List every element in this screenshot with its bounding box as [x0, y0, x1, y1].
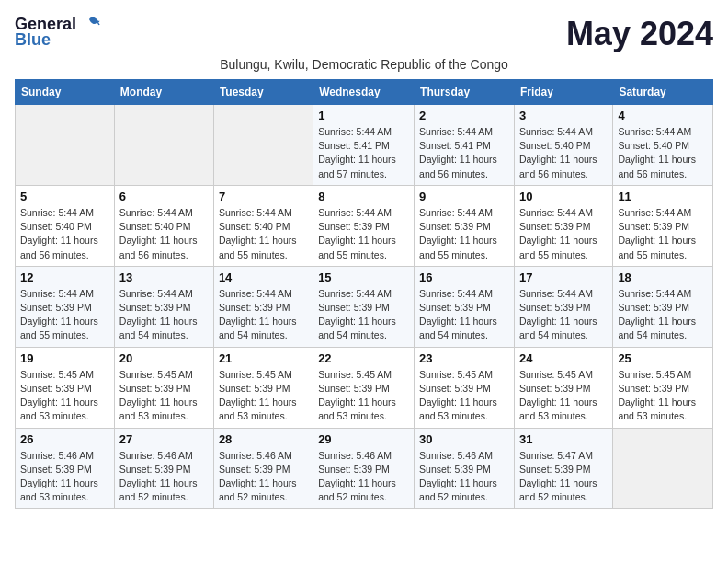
day-number: 13 [119, 270, 209, 284]
day-info: Sunrise: 5:44 AM Sunset: 5:40 PM Dayligh… [20, 206, 109, 262]
calendar-cell: 29Sunrise: 5:46 AM Sunset: 5:39 PM Dayli… [313, 428, 415, 509]
day-number: 18 [618, 270, 708, 284]
calendar-cell: 12Sunrise: 5:44 AM Sunset: 5:39 PM Dayli… [16, 266, 115, 347]
calendar-cell: 13Sunrise: 5:44 AM Sunset: 5:39 PM Dayli… [114, 266, 213, 347]
day-info: Sunrise: 5:45 AM Sunset: 5:39 PM Dayligh… [119, 368, 209, 424]
day-number: 5 [20, 190, 109, 203]
calendar-cell: 14Sunrise: 5:44 AM Sunset: 5:39 PM Dayli… [213, 266, 313, 347]
day-info: Sunrise: 5:44 AM Sunset: 5:39 PM Dayligh… [318, 287, 409, 343]
logo-blue-text: Blue [15, 30, 51, 50]
day-number: 29 [318, 432, 409, 446]
day-number: 31 [519, 432, 608, 446]
day-info: Sunrise: 5:44 AM Sunset: 5:39 PM Dayligh… [419, 206, 509, 262]
calendar-week-row: 5Sunrise: 5:44 AM Sunset: 5:40 PM Daylig… [16, 185, 713, 266]
subtitle: Bulungu, Kwilu, Democratic Republic of t… [15, 57, 713, 72]
weekday-header-thursday: Thursday [415, 80, 515, 105]
calendar-week-row: 26Sunrise: 5:46 AM Sunset: 5:39 PM Dayli… [16, 428, 713, 509]
day-number: 12 [20, 270, 109, 284]
day-number: 3 [519, 109, 608, 122]
calendar-cell: 3Sunrise: 5:44 AM Sunset: 5:40 PM Daylig… [514, 105, 612, 186]
day-number: 11 [618, 190, 708, 203]
calendar-cell [213, 105, 313, 186]
calendar-cell: 26Sunrise: 5:46 AM Sunset: 5:39 PM Dayli… [16, 428, 115, 509]
calendar-cell: 18Sunrise: 5:44 AM Sunset: 5:39 PM Dayli… [613, 266, 713, 347]
weekday-header-friday: Friday [514, 80, 612, 105]
calendar-cell: 22Sunrise: 5:45 AM Sunset: 5:39 PM Dayli… [313, 347, 415, 428]
day-info: Sunrise: 5:44 AM Sunset: 5:40 PM Dayligh… [519, 125, 608, 181]
day-info: Sunrise: 5:44 AM Sunset: 5:39 PM Dayligh… [318, 206, 409, 262]
day-number: 8 [318, 190, 409, 203]
weekday-header-monday: Monday [114, 80, 213, 105]
day-number: 6 [119, 190, 209, 203]
day-info: Sunrise: 5:45 AM Sunset: 5:39 PM Dayligh… [618, 368, 708, 424]
day-info: Sunrise: 5:44 AM Sunset: 5:39 PM Dayligh… [519, 206, 608, 262]
calendar-cell: 10Sunrise: 5:44 AM Sunset: 5:39 PM Dayli… [514, 185, 612, 266]
day-number: 27 [119, 432, 209, 446]
day-number: 2 [419, 109, 509, 122]
day-number: 17 [519, 270, 608, 284]
calendar-cell: 7Sunrise: 5:44 AM Sunset: 5:40 PM Daylig… [213, 185, 313, 266]
logo-bird-icon [80, 16, 100, 34]
day-info: Sunrise: 5:44 AM Sunset: 5:41 PM Dayligh… [318, 125, 409, 181]
day-info: Sunrise: 5:44 AM Sunset: 5:39 PM Dayligh… [618, 287, 708, 343]
weekday-header-row: SundayMondayTuesdayWednesdayThursdayFrid… [16, 80, 713, 105]
day-info: Sunrise: 5:44 AM Sunset: 5:39 PM Dayligh… [20, 287, 109, 343]
day-number: 14 [219, 270, 308, 284]
weekday-header-saturday: Saturday [613, 80, 713, 105]
calendar-cell: 2Sunrise: 5:44 AM Sunset: 5:41 PM Daylig… [415, 105, 515, 186]
day-info: Sunrise: 5:44 AM Sunset: 5:40 PM Dayligh… [119, 206, 209, 262]
day-number: 4 [618, 109, 708, 122]
day-info: Sunrise: 5:46 AM Sunset: 5:39 PM Dayligh… [318, 449, 409, 505]
calendar-cell: 27Sunrise: 5:46 AM Sunset: 5:39 PM Dayli… [114, 428, 213, 509]
calendar-cell: 28Sunrise: 5:46 AM Sunset: 5:39 PM Dayli… [213, 428, 313, 509]
day-number: 30 [419, 432, 509, 446]
day-number: 10 [519, 190, 608, 203]
calendar-cell: 30Sunrise: 5:46 AM Sunset: 5:39 PM Dayli… [415, 428, 515, 509]
day-number: 25 [618, 351, 708, 365]
calendar-cell: 11Sunrise: 5:44 AM Sunset: 5:39 PM Dayli… [613, 185, 713, 266]
day-info: Sunrise: 5:44 AM Sunset: 5:40 PM Dayligh… [219, 206, 308, 262]
calendar-cell: 4Sunrise: 5:44 AM Sunset: 5:40 PM Daylig… [613, 105, 713, 186]
calendar-cell: 19Sunrise: 5:45 AM Sunset: 5:39 PM Dayli… [16, 347, 115, 428]
calendar-week-row: 19Sunrise: 5:45 AM Sunset: 5:39 PM Dayli… [16, 347, 713, 428]
day-info: Sunrise: 5:44 AM Sunset: 5:39 PM Dayligh… [119, 287, 209, 343]
day-info: Sunrise: 5:47 AM Sunset: 5:39 PM Dayligh… [519, 449, 608, 505]
month-title: May 2024 [566, 15, 713, 53]
day-number: 23 [419, 351, 509, 365]
calendar-cell: 5Sunrise: 5:44 AM Sunset: 5:40 PM Daylig… [16, 185, 115, 266]
header: General Blue May 2024 [15, 15, 713, 53]
day-info: Sunrise: 5:45 AM Sunset: 5:39 PM Dayligh… [318, 368, 409, 424]
calendar-week-row: 1Sunrise: 5:44 AM Sunset: 5:41 PM Daylig… [16, 105, 713, 186]
day-info: Sunrise: 5:46 AM Sunset: 5:39 PM Dayligh… [219, 449, 308, 505]
day-info: Sunrise: 5:44 AM Sunset: 5:39 PM Dayligh… [419, 287, 509, 343]
day-number: 22 [318, 351, 409, 365]
weekday-header-tuesday: Tuesday [213, 80, 313, 105]
day-number: 26 [20, 432, 109, 446]
day-number: 16 [419, 270, 509, 284]
day-info: Sunrise: 5:44 AM Sunset: 5:41 PM Dayligh… [419, 125, 509, 181]
calendar-week-row: 12Sunrise: 5:44 AM Sunset: 5:39 PM Dayli… [16, 266, 713, 347]
calendar-cell: 20Sunrise: 5:45 AM Sunset: 5:39 PM Dayli… [114, 347, 213, 428]
calendar-cell: 25Sunrise: 5:45 AM Sunset: 5:39 PM Dayli… [613, 347, 713, 428]
calendar-cell: 17Sunrise: 5:44 AM Sunset: 5:39 PM Dayli… [514, 266, 612, 347]
calendar-table: SundayMondayTuesdayWednesdayThursdayFrid… [15, 79, 713, 509]
calendar-cell: 16Sunrise: 5:44 AM Sunset: 5:39 PM Dayli… [415, 266, 515, 347]
calendar-cell: 21Sunrise: 5:45 AM Sunset: 5:39 PM Dayli… [213, 347, 313, 428]
day-info: Sunrise: 5:45 AM Sunset: 5:39 PM Dayligh… [519, 368, 608, 424]
calendar-cell: 24Sunrise: 5:45 AM Sunset: 5:39 PM Dayli… [514, 347, 612, 428]
day-number: 21 [219, 351, 308, 365]
calendar-cell [613, 428, 713, 509]
day-number: 28 [219, 432, 308, 446]
day-info: Sunrise: 5:44 AM Sunset: 5:39 PM Dayligh… [618, 206, 708, 262]
weekday-header-sunday: Sunday [16, 80, 115, 105]
day-number: 19 [20, 351, 109, 365]
day-number: 24 [519, 351, 608, 365]
calendar-cell: 8Sunrise: 5:44 AM Sunset: 5:39 PM Daylig… [313, 185, 415, 266]
day-info: Sunrise: 5:46 AM Sunset: 5:39 PM Dayligh… [419, 449, 509, 505]
weekday-header-wednesday: Wednesday [313, 80, 415, 105]
day-number: 9 [419, 190, 509, 203]
day-info: Sunrise: 5:46 AM Sunset: 5:39 PM Dayligh… [20, 449, 109, 505]
calendar-cell: 15Sunrise: 5:44 AM Sunset: 5:39 PM Dayli… [313, 266, 415, 347]
day-info: Sunrise: 5:44 AM Sunset: 5:39 PM Dayligh… [219, 287, 308, 343]
day-info: Sunrise: 5:46 AM Sunset: 5:39 PM Dayligh… [119, 449, 209, 505]
